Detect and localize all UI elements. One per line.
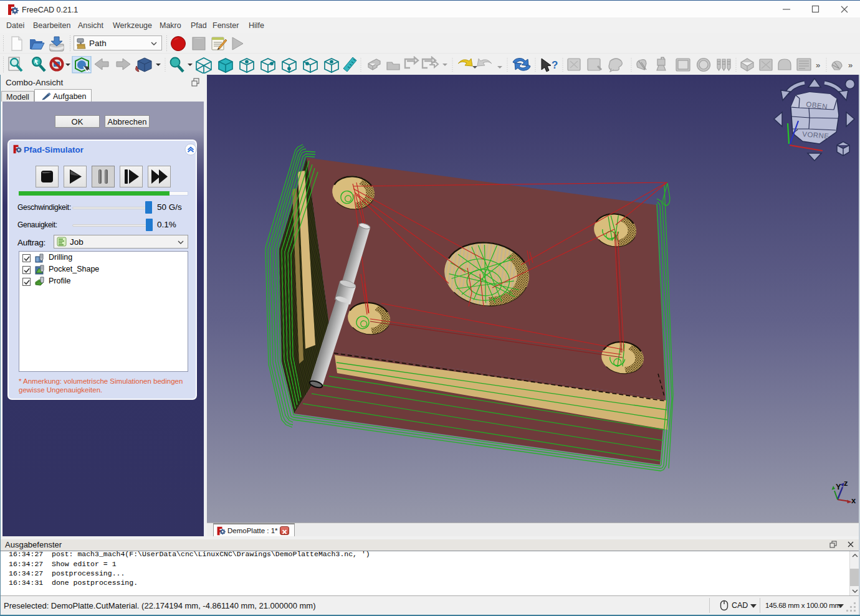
svg-text:x: x bbox=[851, 496, 856, 505]
svg-text:»: » bbox=[816, 60, 820, 70]
svg-text:Y: Y bbox=[836, 482, 841, 491]
svg-text:»: » bbox=[848, 60, 853, 70]
svg-text:z: z bbox=[844, 478, 848, 488]
svg-text:?: ? bbox=[552, 59, 558, 71]
